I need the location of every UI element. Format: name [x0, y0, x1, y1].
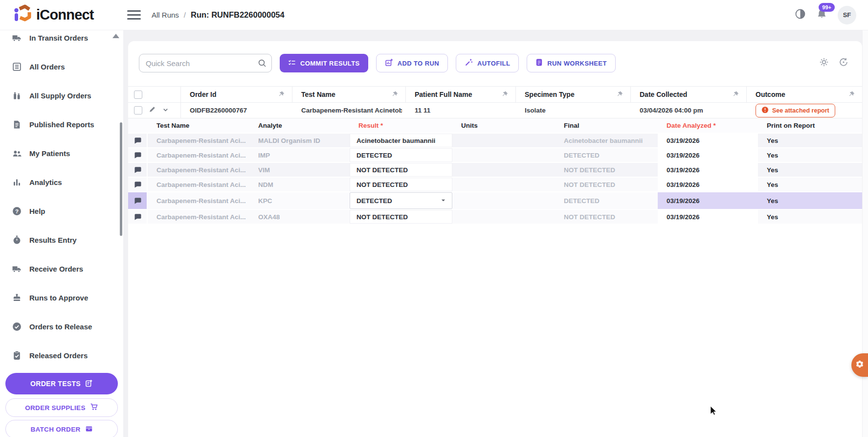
pin-icon[interactable] — [278, 91, 285, 99]
sidebar-item-receive-orders[interactable]: Receive Orders — [0, 262, 123, 275]
autofill-button[interactable]: AUTOFILL — [456, 54, 519, 72]
sidebar-item-label: All Orders — [29, 63, 65, 71]
result-final: DETECTED — [555, 148, 658, 162]
result-analyte: MALDI Organism ID — [249, 134, 350, 147]
sidebar-item-released-orders[interactable]: Released Orders — [0, 349, 123, 362]
select-all-checkbox[interactable] — [134, 91, 142, 99]
patients-icon — [11, 148, 22, 159]
comment-icon[interactable] — [128, 178, 148, 191]
see-attached-report-badge[interactable]: See attached report — [756, 104, 835, 117]
column-header-date-collected[interactable]: Date Collected — [631, 87, 747, 102]
sidebar-item-label: Runs to Approve — [29, 294, 88, 302]
column-header-order-id[interactable]: Order Id — [181, 87, 292, 102]
comment-icon[interactable] — [128, 148, 148, 162]
user-avatar[interactable]: SF — [838, 6, 856, 24]
svg-text:?: ? — [15, 208, 18, 214]
order-tests-button[interactable]: ORDER TESTS — [5, 373, 118, 394]
comment-icon[interactable] — [128, 210, 148, 224]
sidebar-item-results-entry[interactable]: Results Entry — [0, 233, 123, 246]
comment-icon[interactable] — [128, 163, 148, 177]
result-value-cell[interactable]: NOT DETECTED — [350, 210, 452, 224]
column-header-result[interactable]: Result * — [350, 118, 452, 133]
sidebar-item-analytics[interactable]: Analytics — [0, 176, 123, 188]
date-analyzed-cell[interactable]: 03/19/2026 — [658, 134, 758, 147]
refresh-icon[interactable] — [839, 57, 848, 69]
sidebar-item-in-transit-orders[interactable]: In Transit Orders — [0, 31, 123, 44]
contrast-toggle-icon[interactable] — [795, 8, 806, 22]
pin-icon[interactable] — [392, 91, 399, 99]
sidebar-item-label: My Patients — [29, 149, 70, 158]
row-checkbox[interactable] — [134, 106, 142, 115]
sidebar-item-all-orders[interactable]: All Orders — [0, 60, 123, 73]
search-input[interactable] — [139, 54, 272, 72]
result-analyte: VIM — [249, 163, 350, 177]
toolbar: COMMIT RESULTS ADD TO RUN AUTOFILL RUN W… — [128, 41, 862, 72]
menu-toggle-icon[interactable] — [127, 10, 141, 20]
column-header-test-name[interactable]: Test Name — [292, 87, 406, 102]
document-icon — [11, 119, 22, 130]
date-analyzed-cell[interactable]: 03/19/2026 — [658, 192, 758, 209]
sidebar-item-orders-to-release[interactable]: Orders to Release — [0, 320, 123, 333]
settings-gear-icon[interactable] — [819, 57, 829, 69]
breadcrumb-all-runs[interactable]: All Runs — [152, 11, 179, 19]
order-row-actions — [128, 103, 181, 118]
date-analyzed-cell[interactable]: 03/19/2026 — [658, 178, 758, 191]
order-id-cell: OIDFB2260000767 — [181, 103, 292, 118]
sidebar-item-all-supply-orders[interactable]: All Supply Orders — [0, 89, 123, 102]
pin-icon[interactable] — [733, 91, 739, 99]
commit-results-button[interactable]: COMMIT RESULTS — [280, 54, 368, 72]
comment-icon[interactable] — [128, 134, 148, 147]
sidebar-scroll-up-icon[interactable] — [112, 34, 119, 38]
order-row[interactable]: OIDFB2260000767 Carbapenem-Resistant Aci… — [128, 103, 862, 118]
outcome-cell: See attached report — [747, 103, 862, 118]
sidebar-item-runs-to-approve[interactable]: Runs to Approve — [0, 291, 123, 304]
edit-pencil-icon[interactable] — [149, 106, 156, 115]
sidebar-item-published-reports[interactable]: Published Reports — [0, 118, 123, 131]
order-supplies-button[interactable]: ORDER SUPPLIES — [5, 398, 118, 417]
result-value-cell[interactable]: Acinetobacter baumannii — [350, 134, 452, 147]
column-header-specimen-type[interactable]: Specimen Type — [516, 87, 631, 102]
column-header-print-on-report[interactable]: Print on Report — [758, 118, 862, 133]
column-header-units[interactable]: Units — [452, 118, 555, 133]
column-header-analyte[interactable]: Analyte — [249, 118, 350, 133]
date-analyzed-cell[interactable]: 03/19/2026 — [658, 210, 758, 224]
column-header-date-analyzed[interactable]: Date Analyzed * — [658, 118, 758, 133]
notifications-bell-icon[interactable]: 99+ — [817, 9, 827, 22]
result-dropdown[interactable]: DETECTED — [350, 192, 452, 209]
batch-order-button[interactable]: BATCH ORDER — [5, 420, 118, 437]
expand-chevron-icon[interactable] — [162, 106, 169, 115]
sidebar-item-label: All Supply Orders — [29, 92, 91, 100]
result-units — [452, 178, 555, 191]
sidebar-scrollbar[interactable] — [120, 122, 122, 236]
column-header-final[interactable]: Final — [555, 118, 658, 133]
app-logo[interactable]: iConnect — [0, 4, 123, 26]
result-analyte: OXA48 — [249, 210, 350, 224]
sidebar-item-label: Analytics — [29, 178, 62, 186]
result-value-cell[interactable]: DETECTED — [350, 148, 452, 162]
date-analyzed-cell[interactable]: 03/19/2026 — [658, 163, 758, 177]
column-header-patient[interactable]: Patient Full Name — [406, 87, 516, 102]
sidebar-item-help[interactable]: ? Help — [0, 205, 123, 217]
pin-icon[interactable] — [502, 91, 509, 99]
column-header-result-test-name[interactable]: Test Name — [148, 118, 249, 133]
date-analyzed-cell[interactable]: 03/19/2026 — [658, 148, 758, 162]
result-test-name: Carbapenem-Resistant Aci... — [148, 163, 249, 177]
print-on-report-cell: Yes — [758, 192, 862, 209]
sidebar-item-my-patients[interactable]: My Patients — [0, 147, 123, 160]
result-value-cell[interactable]: NOT DETECTED — [350, 178, 452, 191]
logo-text: iConnect — [36, 7, 94, 23]
breadcrumb: All Runs / Run: RUNFB2260000054 — [152, 10, 285, 20]
pin-icon[interactable] — [848, 91, 855, 99]
print-on-report-cell: Yes — [758, 134, 862, 147]
sidebar-item-label: Receive Orders — [29, 265, 83, 273]
result-value-cell[interactable]: NOT DETECTED — [350, 163, 452, 177]
comment-icon[interactable] — [128, 192, 148, 209]
add-to-run-button[interactable]: ADD TO RUN — [376, 54, 448, 72]
result-row: Carbapenem-Resistant Aci... IMP DETECTED… — [128, 148, 862, 163]
column-header-outcome[interactable]: Outcome — [747, 87, 862, 102]
pin-icon[interactable] — [617, 91, 623, 99]
result-test-name: Carbapenem-Resistant Aci... — [148, 178, 249, 191]
table-tools — [819, 57, 851, 69]
notification-count-badge[interactable]: 99+ — [819, 3, 835, 12]
run-worksheet-button[interactable]: RUN WORKSHEET — [527, 54, 615, 72]
